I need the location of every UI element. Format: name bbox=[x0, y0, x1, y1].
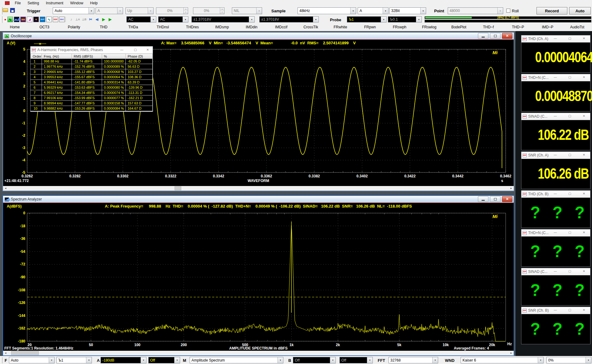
minimize-button[interactable]: — bbox=[553, 75, 557, 79]
range-a-select[interactable]: ±1.37018V bbox=[191, 16, 255, 22]
window-function-select[interactable]: Kaiser 6 bbox=[461, 357, 544, 363]
device-under-test-icon[interactable]: DUT bbox=[40, 17, 45, 22]
column-header-3[interactable]: % bbox=[102, 54, 126, 59]
close-button[interactable]: ✕ bbox=[582, 75, 586, 79]
table-row[interactable]: 98.98994 kHz-147.77 dBFS0.0000158 %157.6… bbox=[31, 101, 153, 106]
minimize-button[interactable] bbox=[478, 196, 488, 202]
signal-generator-icon[interactable]: ≈ bbox=[33, 17, 39, 22]
meter-titlebar[interactable]: DDPTHD+N (C...—▢✕ bbox=[521, 229, 590, 237]
oscilloscope-icon[interactable]: ∿ bbox=[7, 17, 13, 22]
frequency-probe-select[interactable]: Ъ1 bbox=[56, 357, 92, 363]
table-row[interactable]: 43.99553 kHz-155.67 dBFS0.0000064 %108.3… bbox=[31, 75, 153, 80]
app-icon[interactable] bbox=[5, 1, 10, 5]
record-length-select[interactable]: 48000 bbox=[448, 7, 503, 14]
open-file-icon[interactable] bbox=[2, 7, 8, 13]
dropdown-arrow-icon[interactable] bbox=[117, 8, 123, 14]
dropdown-arrow-icon[interactable] bbox=[249, 17, 254, 22]
menu-item-instrument[interactable]: Instrument bbox=[43, 0, 67, 6]
tab-thdnsl[interactable]: THDnsl bbox=[148, 24, 178, 31]
sound-device-icon[interactable]: ♪ bbox=[68, 17, 74, 22]
probe-b-select[interactable]: Ъ0.1 bbox=[388, 16, 422, 22]
trigger-source-select[interactable]: A bbox=[96, 7, 123, 14]
minimize-button[interactable]: — bbox=[553, 36, 557, 41]
dropdown-arrow-icon[interactable] bbox=[497, 8, 503, 14]
trigger-hpf-select[interactable]: NIL bbox=[232, 7, 262, 14]
tab-polarity[interactable]: Polarity bbox=[59, 24, 89, 31]
close-button[interactable]: ✕ bbox=[502, 196, 512, 202]
scissors-icon[interactable]: ✂ bbox=[88, 17, 93, 22]
table-row[interactable]: 21.99776 kHz-152.76 dBFS0.0000089 %56.63… bbox=[31, 64, 153, 69]
scroll-right-icon[interactable]: ► bbox=[509, 351, 514, 355]
tab-crosstlk[interactable]: CrossTlk bbox=[296, 24, 326, 31]
tab-thdres[interactable]: THDres bbox=[178, 24, 207, 31]
meter-titlebar[interactable]: DDPTHD (Ch. B)—▢✕ bbox=[521, 191, 590, 198]
ddp-viewer-icon[interactable]: DDP bbox=[53, 17, 58, 22]
scroll-right-icon[interactable]: ► bbox=[509, 186, 514, 191]
dropdown-arrow-icon[interactable] bbox=[88, 8, 94, 14]
minimize-button[interactable]: — bbox=[553, 269, 557, 273]
range-b-select[interactable]: ±1.37018V bbox=[259, 16, 319, 22]
scroll-left-icon[interactable]: ◄ bbox=[3, 351, 8, 355]
maximize-button[interactable]: ▢ bbox=[568, 308, 572, 312]
scrollbar-thumb[interactable] bbox=[175, 186, 181, 190]
dropdown-arrow-icon[interactable] bbox=[86, 357, 92, 363]
harmonic-table-titlebar[interactable]: DDP A-Harmonic Frequencies, RMS, Phases … bbox=[31, 47, 153, 54]
overlap-select[interactable]: 0% bbox=[546, 357, 591, 363]
menu-item-help[interactable]: Help bbox=[87, 0, 101, 6]
trigger-edge-select[interactable]: Up bbox=[125, 7, 154, 14]
dropdown-arrow-icon[interactable] bbox=[49, 357, 54, 363]
tab-oct3[interactable]: OCT3 bbox=[30, 24, 59, 31]
minimize-button[interactable]: — bbox=[553, 230, 557, 235]
tab-thda[interactable]: THDa bbox=[118, 24, 148, 31]
close-button[interactable]: ✕ bbox=[582, 153, 586, 157]
ground-b-icon[interactable]: ⊥B bbox=[81, 17, 87, 22]
maximize-button[interactable]: ▢ bbox=[568, 153, 572, 157]
minimize-button[interactable]: — bbox=[553, 192, 557, 196]
dropdown-arrow-icon[interactable] bbox=[367, 357, 372, 363]
trigger-mode-select[interactable]: Auto bbox=[53, 7, 94, 14]
meter-titlebar[interactable]: DDPSNR (Ch. B)—▢✕ bbox=[521, 307, 590, 314]
derived-data-point-icon[interactable]: ∿ bbox=[46, 17, 52, 22]
table-row[interactable]: 109.98882 kHz-153.26 dBFS0.0000084 %164.… bbox=[31, 106, 153, 111]
table-row[interactable]: 76.99217 kHz-154.34 dBFS0.0000074 %-113.… bbox=[31, 90, 153, 95]
menu-item-setting[interactable]: Setting bbox=[24, 0, 42, 6]
minimize-button[interactable]: — bbox=[553, 308, 557, 312]
trigger-level-spinner[interactable]: 0%▲▼ bbox=[156, 7, 188, 14]
minimize-button[interactable]: — bbox=[553, 114, 557, 118]
sample-channel-select[interactable]: A bbox=[358, 7, 388, 14]
close-button[interactable]: ✕ bbox=[582, 192, 586, 196]
tab-frswph[interactable]: FRswph bbox=[385, 24, 414, 31]
tab-frwhite[interactable]: FRwhite bbox=[326, 24, 355, 31]
tab-home[interactable]: Home bbox=[0, 24, 30, 31]
tab-imddin[interactable]: IMDdin bbox=[237, 24, 266, 31]
tab-audiotst[interactable]: AudioTst bbox=[562, 24, 592, 31]
maximize-button[interactable] bbox=[490, 33, 500, 39]
tab-thd~f[interactable]: THD~f bbox=[474, 24, 503, 31]
minimize-button[interactable] bbox=[478, 33, 488, 39]
coupling-a-select[interactable]: AC bbox=[126, 16, 156, 22]
start-icon[interactable]: ▶ bbox=[101, 17, 106, 22]
tab-imdsmp[interactable]: IMDsmp bbox=[207, 24, 237, 31]
toolbar-grip[interactable] bbox=[1, 357, 2, 363]
dropdown-arrow-icon[interactable] bbox=[174, 357, 180, 363]
dropdown-arrow-icon[interactable] bbox=[278, 357, 283, 363]
tab-imdccif[interactable]: IMDccif bbox=[266, 24, 296, 31]
coupling-b-select[interactable]: AC bbox=[158, 16, 188, 22]
bit-depth-select[interactable]: 32Bit bbox=[389, 7, 426, 14]
osc-horizontal-scrollbar[interactable]: ◄ ► bbox=[3, 186, 514, 191]
meter-titlebar[interactable]: DDPSINAD (C...—▢✕ bbox=[521, 268, 590, 275]
spectrum-3d-plot-icon[interactable]: ◢ bbox=[27, 17, 32, 22]
dropdown-arrow-icon[interactable] bbox=[183, 17, 188, 22]
record-button[interactable]: Record bbox=[536, 7, 567, 14]
close-button[interactable]: ✕ bbox=[582, 114, 586, 118]
table-row[interactable]: 32.99665 kHz-155.12 dBFS0.0000068 %103.2… bbox=[31, 69, 153, 75]
close-button[interactable]: ✕ bbox=[582, 308, 586, 312]
dropdown-arrow-icon[interactable] bbox=[330, 357, 335, 363]
tab-frswlog[interactable]: FRswlog bbox=[414, 24, 444, 31]
maximize-button[interactable]: ▢ bbox=[568, 269, 572, 273]
channel-b-mode-select[interactable]: Off bbox=[339, 357, 373, 363]
auto-button[interactable]: Auto bbox=[569, 7, 591, 14]
spinner-arrows-icon[interactable]: ▲▼ bbox=[183, 8, 188, 14]
channel-a-range-select[interactable]: -180dB bbox=[101, 357, 146, 363]
column-header-0[interactable]: Order bbox=[31, 54, 42, 59]
